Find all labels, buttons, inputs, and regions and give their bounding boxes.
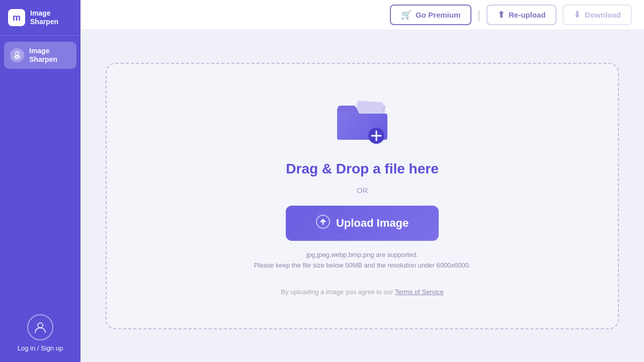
go-premium-button[interactable]: 🛒 Go Premium bbox=[390, 5, 471, 25]
logo-letter: m bbox=[13, 13, 21, 23]
login-avatar[interactable] bbox=[27, 314, 53, 340]
content-area: Drag & Drop a file here OR Upload Image … bbox=[80, 30, 644, 362]
dropzone[interactable]: Drag & Drop a file here OR Upload Image … bbox=[106, 63, 619, 329]
download-button[interactable]: ⬇ Download bbox=[562, 5, 632, 25]
sidebar: m Image Sharpen Image Sharpen bbox=[0, 0, 80, 362]
drag-drop-text: Drag & Drop a file here bbox=[286, 161, 438, 177]
sidebar-nav: Image Sharpen bbox=[0, 36, 80, 75]
reupload-button[interactable]: ⬆ Re-upload bbox=[487, 5, 556, 25]
folder-svg bbox=[332, 97, 392, 147]
terms-text: By uploading a image you agree to our Te… bbox=[281, 288, 444, 296]
supported-formats-text: jpg,jpeg,webp,bmp,png are supported. Ple… bbox=[254, 250, 471, 271]
download-icon: ⬇ bbox=[574, 10, 581, 20]
app-logo-text: Image Sharpen bbox=[30, 9, 58, 26]
download-label: Download bbox=[585, 11, 621, 19]
header-divider: | bbox=[477, 9, 480, 22]
main-area: 🛒 Go Premium | ⬆ Re-upload ⬇ Download bbox=[80, 0, 644, 362]
upload-image-button[interactable]: Upload Image bbox=[286, 206, 439, 241]
formats-line: jpg,jpeg,webp,bmp,png are supported. bbox=[306, 251, 418, 258]
sidebar-item-label-image-sharpen: Image Sharpen bbox=[29, 47, 57, 64]
app-name-line2: Sharpen bbox=[30, 18, 58, 26]
svg-point-1 bbox=[38, 323, 43, 328]
person-icon bbox=[33, 320, 47, 334]
sidebar-item-icon-image-sharpen bbox=[10, 48, 24, 62]
size-note: Please keep the file size below 50MB and… bbox=[254, 261, 471, 269]
sidebar-logo: m Image Sharpen bbox=[0, 0, 80, 36]
upload-arrow-icon bbox=[316, 215, 330, 232]
or-text: OR bbox=[357, 186, 368, 195]
terms-prefix: By uploading a image you agree to our bbox=[281, 288, 395, 296]
cart-icon: 🛒 bbox=[401, 10, 412, 20]
reupload-label: Re-upload bbox=[509, 11, 545, 19]
upload-icon-header: ⬆ bbox=[498, 10, 505, 20]
upload-image-label: Upload Image bbox=[336, 217, 409, 230]
folder-illustration bbox=[332, 97, 392, 147]
app-name-line1: Image bbox=[30, 9, 58, 18]
header: 🛒 Go Premium | ⬆ Re-upload ⬇ Download bbox=[80, 0, 644, 30]
terms-of-service-link[interactable]: Terms of Service bbox=[395, 288, 444, 296]
go-premium-label: Go Premium bbox=[416, 11, 460, 19]
app-logo-icon: m bbox=[8, 9, 25, 26]
sidebar-item-image-sharpen[interactable]: Image Sharpen bbox=[4, 42, 76, 69]
sidebar-bottom: Log in / Sign up bbox=[0, 304, 80, 362]
login-text[interactable]: Log in / Sign up bbox=[18, 344, 63, 352]
